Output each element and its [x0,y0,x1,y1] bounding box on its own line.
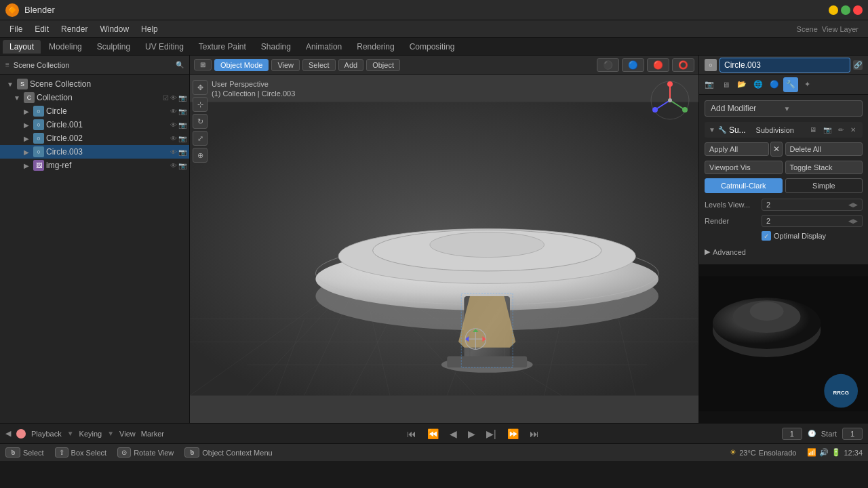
modifier-edit-btn[interactable]: ✏ [835,125,846,135]
timeline-record-btn[interactable] [16,429,26,439]
modifier-close-btn[interactable]: ✕ [848,125,859,135]
network-icon[interactable]: 📶 [807,448,816,457]
scene-dropdown[interactable]: Scene [797,25,818,33]
play-btn[interactable]: ▶ [465,427,478,441]
camera-icon-circle003[interactable]: 📷 [178,148,186,156]
modifier-realtime-btn[interactable]: 🖥 [807,125,819,135]
prev-frame-btn[interactable]: ◀ [447,427,460,441]
current-frame-input[interactable]: 1 [782,428,802,440]
tab-sculpting[interactable]: Sculpting [90,40,137,54]
select-menu-btn[interactable]: Select [302,59,336,71]
keying-dropdown[interactable]: ▼ [107,430,114,437]
eye-icon-circle002[interactable]: 👁 [170,135,177,142]
modifier-name[interactable]: Su... [729,125,753,135]
tab-compositing[interactable]: Compositing [403,40,462,54]
camera-icon-imgref[interactable]: 📷 [178,162,186,169]
move-tool-btn[interactable]: ⊹ [193,97,208,112]
tab-animation[interactable]: Animation [299,40,349,54]
delete-all-btn[interactable]: Delete All [785,142,863,156]
viewport-panel[interactable]: ⊞ Object Mode View Select Add Object ⚫ 🔵… [190,56,698,423]
render-props-btn[interactable]: 📷 [702,77,717,92]
object-menu-btn[interactable]: Object [366,59,400,71]
eye-icon-circle003[interactable]: 👁 [170,148,177,156]
outliner-item-scene-collection[interactable]: ▼ S Scene Collection [0,77,189,91]
output-props-btn[interactable]: 🖥 [718,77,733,92]
camera-icon-circle[interactable]: 📷 [178,108,186,115]
playback-label[interactable]: Playback [31,430,62,438]
outliner-item-circle001[interactable]: ▶ ○ Circle.001 👁 📷 [0,118,189,131]
menu-window[interactable]: Window [94,23,134,35]
battery-icon[interactable]: 🔋 [831,448,841,457]
tab-shading[interactable]: Shading [254,40,298,54]
playback-dropdown[interactable]: ▼ [67,430,74,437]
shading-solid-btn[interactable]: ⚫ [597,58,619,72]
viewport-3d[interactable] [190,75,698,423]
view-layer-dropdown[interactable]: View Layer [822,25,859,33]
expand-circle003[interactable]: ▶ [22,147,31,157]
rotate-tool-btn[interactable]: ↻ [193,114,208,129]
eye-icon-circle[interactable]: 👁 [170,108,177,115]
shading-material-btn[interactable]: 🔵 [622,58,644,72]
view-menu-btn[interactable]: View [271,59,300,71]
object-mode-btn[interactable]: Object Mode [214,59,269,71]
timeline-collapse-btn[interactable]: ◀ [5,429,11,438]
sound-icon[interactable]: 🔊 [819,448,829,457]
minimize-button[interactable] [829,5,838,15]
timeline-view-label[interactable]: View [119,430,136,438]
simple-btn[interactable]: Simple [785,178,863,193]
next-frame-btn[interactable]: ▶| [484,427,499,441]
keying-label[interactable]: Keying [79,430,102,438]
eye-icon[interactable]: 👁 [170,94,177,102]
outliner-item-collection[interactable]: ▼ C Collection ☑ 👁 📷 [0,91,189,104]
shading-wire-btn[interactable]: ⭕ [672,58,694,72]
modifier-props-btn[interactable]: 🔧 [783,77,798,92]
outliner-item-circle[interactable]: ▶ ○ Circle 👁 📷 [0,104,189,118]
add-menu-btn[interactable]: Add [338,59,364,71]
outliner-item-circle002[interactable]: ▶ ○ Circle.002 👁 📷 [0,131,189,145]
advanced-section-header[interactable]: ▶ Advanced [705,245,863,259]
expand-imgref[interactable]: ▶ [22,161,31,170]
close-button[interactable] [853,5,863,15]
viewport-overlay-btn[interactable]: ⊞ [194,59,212,70]
menu-render[interactable]: Render [56,23,93,35]
next-keyframe-btn[interactable]: ⏩ [505,427,521,441]
add-modifier-dropdown[interactable]: Add Modifier ▼ [705,100,863,117]
levels-view-input[interactable]: 2 ◀▶ [762,199,863,211]
start-frame-input[interactable]: 1 [842,428,863,440]
tab-texture-paint[interactable]: Texture Paint [192,40,253,54]
tab-layout[interactable]: Layout [3,40,41,54]
prev-keyframe-btn[interactable]: ⏪ [425,427,441,441]
jump-start-btn[interactable]: ⏮ [404,427,419,441]
tab-modeling[interactable]: Modeling [42,40,89,54]
select-tool-btn[interactable]: ✥ [193,80,208,95]
menu-file[interactable]: File [4,23,28,35]
world-props-btn[interactable]: 🔵 [767,77,782,92]
expand-circle[interactable]: ▶ [22,106,31,116]
camera-icon[interactable]: 📷 [178,94,186,102]
maximize-button[interactable] [841,5,850,15]
particles-props-btn[interactable]: ✦ [800,77,814,92]
camera-icon-circle002[interactable]: 📷 [178,135,186,142]
camera-icon-circle001[interactable]: 📷 [178,121,186,129]
optimal-display-checkbox[interactable]: ✓ [762,231,771,241]
outliner-item-imgref[interactable]: ▶ 🖼 img-ref 👁 📷 [0,159,189,172]
eye-icon-circle001[interactable]: 👁 [170,121,177,129]
catmull-clark-btn[interactable]: Catmull-Clark [705,178,783,193]
link-icon[interactable]: 🔗 [853,60,863,70]
scene-props-btn[interactable]: 🌐 [751,77,766,92]
expand-circle001[interactable]: ▶ [22,120,31,129]
render-input[interactable]: 2 ◀▶ [762,215,863,227]
expand-scene-collection[interactable]: ▼ [5,79,15,89]
outliner-item-circle003[interactable]: ▶ ○ Circle.003 👁 📷 [0,145,189,159]
view-layer-props-btn[interactable]: 📂 [734,77,749,92]
jump-end-btn[interactable]: ⏭ [527,427,542,441]
expand-circle002[interactable]: ▶ [22,134,31,143]
tab-uv-editing[interactable]: UV Editing [138,40,191,54]
marker-label[interactable]: Marker [141,430,164,438]
modifier-render-btn[interactable]: 📷 [821,125,834,135]
menu-edit[interactable]: Edit [29,23,54,35]
outliner-search-icon[interactable]: 🔍 [176,61,184,68]
object-name-input[interactable]: Circle.003 [719,58,850,73]
menu-help[interactable]: Help [136,23,163,35]
filter-icon[interactable]: ≡ [5,61,9,68]
